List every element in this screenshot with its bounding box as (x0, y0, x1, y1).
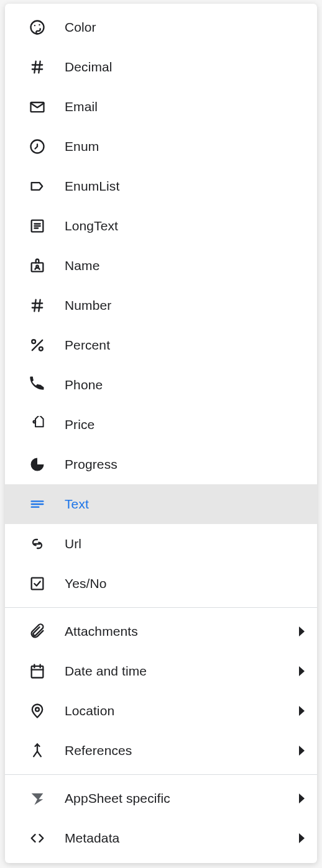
svg-line-7 (39, 61, 40, 73)
svg-point-33 (35, 708, 39, 712)
location-icon (29, 702, 46, 720)
menu-item-yesno[interactable]: Yes/No (5, 564, 317, 604)
menu-item-label: LongText (65, 219, 118, 233)
menu-item-label: Price (65, 417, 94, 432)
svg-point-21 (32, 340, 35, 343)
chevron-right-icon (299, 793, 305, 803)
divider (5, 607, 317, 608)
menu-item-url[interactable]: Url (5, 524, 317, 564)
svg-point-0 (31, 21, 44, 34)
menu-item-label: Enum (65, 139, 99, 154)
attachment-icon (29, 623, 46, 640)
svg-line-6 (34, 61, 35, 73)
code-icon (29, 830, 46, 847)
merge-icon (29, 742, 46, 759)
menu-item-appsheet[interactable]: AppSheet specific (5, 779, 317, 818)
menu-item-decimal[interactable]: Decimal (5, 47, 317, 87)
menu-item-enum[interactable]: Enum (5, 127, 317, 166)
hash-icon (29, 58, 46, 76)
svg-point-2 (39, 24, 40, 25)
svg-rect-28 (32, 578, 44, 590)
svg-point-1 (34, 25, 35, 26)
menu-item-label: Decimal (65, 60, 113, 75)
menu-item-label: Location (65, 703, 114, 718)
chevron-right-icon (299, 706, 305, 716)
menu-item-percent[interactable]: Percent (5, 325, 317, 365)
menu-item-phone[interactable]: Phone (5, 365, 317, 405)
menu-item-location[interactable]: Location (5, 691, 317, 731)
type-selector-menu: Color Decimal Email Enum EnumList LongTe… (5, 4, 317, 863)
menu-item-longtext[interactable]: LongText (5, 206, 317, 246)
menu-item-metadata[interactable]: Metadata (5, 818, 317, 858)
menu-item-enumlist[interactable]: EnumList (5, 166, 317, 206)
phone-icon (29, 376, 46, 394)
menu-item-label: Email (65, 99, 98, 114)
palette-icon (29, 19, 46, 36)
appsheet-icon (29, 790, 46, 807)
menu-item-number[interactable]: Number (5, 286, 317, 325)
menu-item-label: Date and time (65, 664, 147, 679)
svg-line-18 (34, 300, 35, 312)
menu-item-label: Url (65, 536, 81, 551)
menu-item-price[interactable]: Price (5, 405, 317, 445)
svg-rect-29 (32, 666, 44, 678)
percent-icon (29, 337, 46, 354)
badge-icon (29, 257, 46, 274)
menu-item-label: Metadata (65, 831, 119, 846)
calendar-icon (29, 662, 46, 680)
menu-item-label: AppSheet specific (65, 791, 170, 806)
svg-point-22 (39, 347, 43, 351)
tag-icon (29, 416, 46, 433)
menu-item-progress[interactable]: Progress (5, 445, 317, 484)
menu-item-text[interactable]: Text (5, 484, 317, 524)
label-icon (29, 178, 46, 195)
menu-item-email[interactable]: Email (5, 87, 317, 127)
menu-item-label: Phone (65, 377, 103, 392)
svg-line-19 (39, 300, 40, 312)
chevron-right-icon (299, 666, 305, 676)
menu-item-name[interactable]: Name (5, 246, 317, 286)
menu-item-label: EnumList (65, 179, 119, 194)
link-icon (29, 535, 46, 553)
menu-item-attachments[interactable]: Attachments (5, 612, 317, 651)
svg-point-23 (34, 421, 36, 423)
menu-item-label: Yes/No (65, 576, 107, 591)
text-icon (29, 495, 46, 513)
menu-item-label: Progress (65, 457, 117, 472)
chevron-right-icon (299, 746, 305, 756)
menu-item-label: Color (65, 20, 96, 35)
menu-item-datetime[interactable]: Date and time (5, 651, 317, 691)
svg-line-20 (32, 340, 42, 350)
checkbox-icon (29, 575, 46, 592)
menu-item-references[interactable]: References (5, 731, 317, 771)
pie-icon (29, 456, 46, 473)
menu-item-label: Percent (65, 338, 110, 353)
menu-item-label: Text (65, 497, 89, 512)
document-icon (29, 217, 46, 235)
divider (5, 774, 317, 775)
menu-item-label: Name (65, 258, 99, 273)
chevron-right-icon (299, 833, 305, 843)
clock-icon (29, 138, 46, 155)
menu-item-label: Attachments (65, 624, 138, 639)
menu-item-color[interactable]: Color (5, 7, 317, 47)
menu-item-label: Number (65, 298, 111, 313)
menu-item-label: References (65, 743, 132, 758)
chevron-right-icon (299, 626, 305, 636)
email-icon (29, 98, 46, 115)
hash-icon (29, 297, 46, 314)
